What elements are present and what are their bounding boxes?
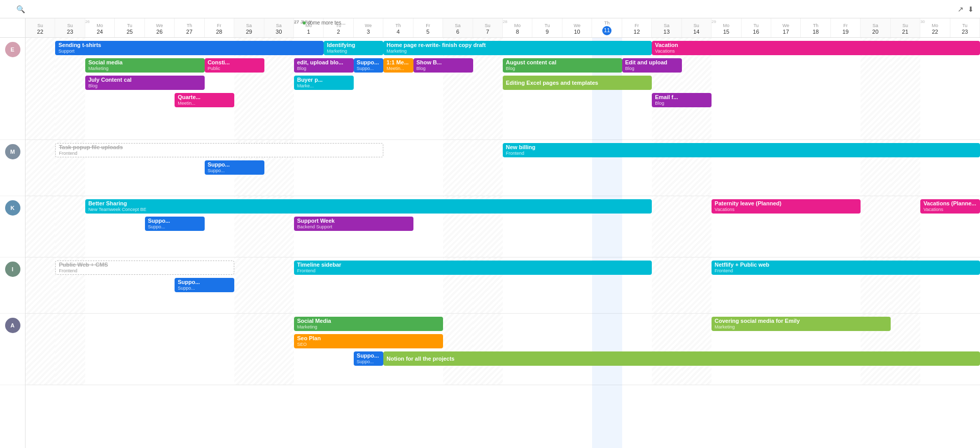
event-e2[interactable]: IdentifyingMarketing [324, 41, 383, 55]
avatar: E [5, 42, 20, 57]
event-a2[interactable]: Covering social media for EmilyMarketing [712, 317, 891, 331]
date-number: 5 [426, 29, 429, 35]
event-m2[interactable]: New billingFrontend [503, 143, 980, 157]
date-col-21: Su21 [891, 18, 920, 37]
weekend-stripe [443, 140, 473, 196]
event-title: Quarte... [178, 93, 231, 101]
event-sub: Marketing [386, 49, 649, 55]
date-number: 22 [37, 29, 43, 35]
event-k1[interactable]: Better SharingNew Teamweek Concept BE [85, 199, 652, 214]
date-day-label: Tu [753, 23, 758, 29]
event-m3[interactable]: Suppo...Suppo... [205, 160, 264, 175]
event-i3[interactable]: Netflify + Public webFrontend [712, 261, 980, 275]
date-day-label: Fr [843, 23, 848, 29]
date-day-label: Sa [455, 23, 460, 29]
date-day-label: Fr [426, 23, 430, 29]
search-icon[interactable]: 🔍 [16, 5, 25, 13]
date-day-label: Th [604, 20, 610, 26]
avatar: A [5, 318, 20, 333]
date-number: 27 [186, 29, 192, 35]
event-e10[interactable]: Show B...Blog [413, 58, 473, 73]
event-a1[interactable]: Social MediaMarketing [294, 317, 443, 331]
event-title: Paternity leave (Planned) [715, 200, 857, 207]
weekend-stripe [682, 257, 712, 313]
weekend-stripe [234, 257, 264, 313]
event-a4[interactable]: Suppo...Suppo... [354, 351, 383, 366]
event-title: Timeline sidebar [297, 261, 649, 268]
date-number: 26 [156, 29, 162, 35]
date-number: 4 [397, 29, 400, 35]
event-sub: Vacations [715, 207, 857, 213]
event-i2[interactable]: Timeline sidebarFrontend [294, 261, 652, 275]
user-row-ignacio: I [0, 257, 25, 314]
event-e13[interactable]: July Content calBlog [85, 76, 205, 90]
event-e6[interactable]: Consti...Public [205, 58, 264, 73]
event-e1[interactable]: Sending t-shirtsSupport [55, 41, 324, 55]
event-title: Social Media [297, 317, 440, 324]
date-day-label: We [156, 23, 163, 29]
user-row-emily: E [0, 38, 25, 140]
user-row-andrei: A [0, 314, 25, 385]
date-col-22: Su22 [26, 18, 55, 37]
event-sub: Blog [625, 66, 679, 72]
event-e5[interactable]: Social mediaMarketing [85, 58, 205, 73]
event-e3[interactable]: Home page re-write- finish copy draftMar… [383, 41, 652, 55]
date-col-8: Mo8 [503, 18, 532, 37]
event-title: Support Week [297, 217, 410, 224]
event-k2[interactable]: Paternity leave (Planned)Vacations [712, 199, 861, 214]
event-e9[interactable]: 1:1 Me...Meetin... [383, 58, 413, 73]
date-number: 30 [276, 29, 282, 35]
event-k4[interactable]: Suppo...Suppo... [145, 217, 205, 231]
event-e17[interactable]: Email f...Blog [652, 93, 712, 107]
event-e4[interactable]: VacationVacations [652, 41, 980, 55]
event-e15[interactable]: Editing Excel pages and templates [503, 76, 652, 90]
date-col-5: Fr5 [413, 18, 443, 37]
event-title: New billing [506, 144, 977, 151]
date-number: 23 [962, 29, 968, 35]
date-number: 23 [67, 29, 73, 35]
date-number: 1 [307, 29, 310, 35]
date-day-label: Su [902, 23, 908, 29]
date-col-28: Fr28 [205, 18, 234, 37]
date-col-22: Mo22 [920, 18, 950, 37]
event-m1[interactable]: Task popup file uploadsFrontend [55, 143, 383, 157]
weekend-stripe [264, 314, 294, 385]
download-icon[interactable]: ⬇ [968, 5, 974, 13]
event-e11[interactable]: August content calBlog [503, 58, 622, 73]
weekend-stripe [652, 257, 681, 313]
event-title: Notion for all the projects [386, 355, 977, 362]
date-number: 18 [813, 29, 819, 35]
event-e7[interactable]: edit, upload blo...Blog [294, 58, 354, 73]
event-i4[interactable]: Suppo...Suppo... [175, 278, 234, 292]
event-e14[interactable]: Buyer p...Marke... [294, 76, 354, 90]
weekend-stripe [861, 196, 890, 257]
event-title: July Content cal [88, 76, 202, 83]
date-col-13: Sa13 [652, 18, 681, 37]
event-sub: Frontend [59, 151, 380, 157]
more-indicator: some more tes... [303, 20, 345, 26]
event-i1[interactable]: Public Web + CMSFrontend [55, 261, 234, 275]
top-bar-right: ↗ ⬇ [958, 5, 974, 13]
event-sub: Support [58, 49, 321, 55]
event-a5[interactable]: Notion for all the projects [383, 351, 980, 366]
user-avatars-col: EMKIA [0, 38, 26, 448]
date-day-label: We [782, 23, 789, 29]
event-e16[interactable]: Quarte...Meetin... [175, 93, 234, 107]
event-k5[interactable]: Support WeekBackend Support [294, 217, 413, 231]
date-number: 24 [96, 29, 103, 35]
event-title: Public Web + CMS [59, 261, 231, 268]
event-sub: SEO [297, 342, 440, 348]
date-number: 16 [753, 29, 759, 35]
share-icon[interactable]: ↗ [958, 5, 964, 13]
event-title: Seo Plan [297, 335, 440, 342]
weekend-stripe [473, 314, 503, 385]
date-number: 3 [366, 29, 370, 35]
event-sub: Marke... [297, 83, 351, 89]
event-k3[interactable]: Vacations (Planne...Vacations [920, 199, 980, 214]
date-day-label: Su [694, 23, 699, 29]
event-e12[interactable]: Edit and uploadBlog [622, 58, 682, 73]
event-a3[interactable]: Seo PlanSEO [294, 334, 443, 348]
date-col-18: Th18 [801, 18, 830, 37]
event-title: August content cal [506, 59, 619, 66]
event-e8[interactable]: Suppo...Suppo... [354, 58, 383, 73]
